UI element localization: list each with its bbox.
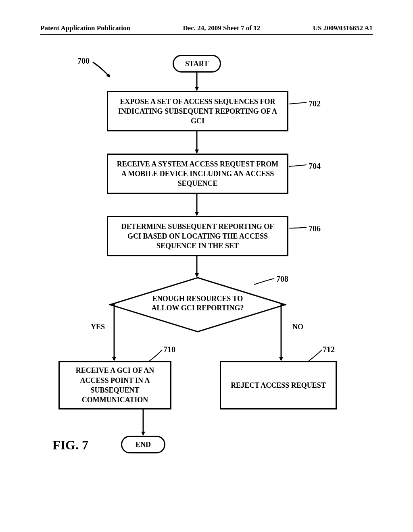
page: Patent Application Publication Dec. 24, … <box>40 24 373 508</box>
page-header: Patent Application Publication Dec. 24, … <box>40 24 373 35</box>
flowchart-canvas: START 700 EXPOSE A SET OF ACCESS SEQUENC… <box>40 39 373 482</box>
end-label: END <box>136 441 151 449</box>
header-center: Dec. 24, 2009 Sheet 7 of 12 <box>183 24 260 32</box>
start-terminator: START <box>173 55 221 73</box>
branch-yes: YES <box>91 323 105 331</box>
process-704-text: RECEIVE A SYSTEM ACCESS REQUEST FROM A M… <box>114 159 282 189</box>
process-712-text: REJECT ACCESS REQUEST <box>231 380 326 390</box>
start-label: START <box>185 60 209 68</box>
ref-704: 704 <box>309 162 321 171</box>
decision-708: ENOUGH RESOURCES TO ALLOW GCI REPORTING? <box>109 276 286 333</box>
process-706: DETERMINE SUBSEQUENT REPORTING OF GCI BA… <box>107 216 288 256</box>
process-710-text: RECEIVE A GCI OF AN ACCESS POINT IN A SU… <box>65 366 165 405</box>
header-right: US 2009/0316652 A1 <box>313 24 373 32</box>
ref-700: 700 <box>77 56 90 66</box>
header-left: Patent Application Publication <box>40 24 130 32</box>
ref-710: 710 <box>163 345 175 354</box>
process-704: RECEIVE A SYSTEM ACCESS REQUEST FROM A M… <box>107 154 288 194</box>
ref-712: 712 <box>323 345 335 354</box>
figure-caption: FIG. 7 <box>52 438 88 453</box>
end-terminator: END <box>121 436 165 453</box>
process-702-text: EXPOSE A SET OF ACCESS SEQUENCES FOR IND… <box>114 97 282 126</box>
branch-no: NO <box>292 323 303 331</box>
ref-706: 706 <box>309 224 321 233</box>
process-710: RECEIVE A GCI OF AN ACCESS POINT IN A SU… <box>58 361 171 409</box>
process-702: EXPOSE A SET OF ACCESS SEQUENCES FOR IND… <box>107 91 288 131</box>
process-706-text: DETERMINE SUBSEQUENT REPORTING OF GCI BA… <box>114 222 282 251</box>
process-712: REJECT ACCESS REQUEST <box>220 361 337 409</box>
ref-708: 708 <box>276 274 288 284</box>
ref-702: 702 <box>309 99 321 108</box>
decision-708-text: ENOUGH RESOURCES TO ALLOW GCI REPORTING? <box>145 294 250 313</box>
